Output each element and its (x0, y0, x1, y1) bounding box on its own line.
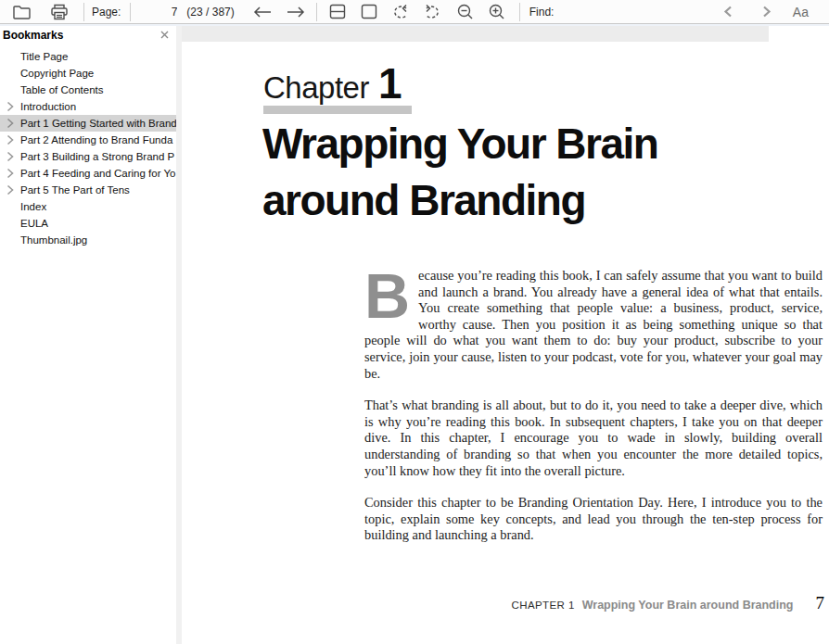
chapter-label: Chapter (263, 70, 369, 106)
chapter-heading: Chapter 1 (263, 58, 402, 108)
bookmark-item[interactable]: Table of Contents (0, 82, 176, 98)
find-next-button[interactable] (756, 2, 778, 22)
paragraph: Because you’re reading this book, I can … (364, 268, 823, 382)
folder-icon (12, 5, 32, 19)
dropcap: B (364, 271, 410, 321)
previous-page-button[interactable] (251, 2, 274, 22)
toolbar: Page: (23 / 387) (0, 0, 829, 24)
bookmark-item[interactable]: Copyright Page (0, 65, 176, 82)
body-text: Because you’re reading this book, I can … (364, 268, 823, 560)
match-case-label: Aa (793, 5, 809, 19)
rotate-right-button[interactable] (421, 2, 443, 22)
document-view[interactable]: Chapter 1 Wrapping Your Brain around Bra… (182, 23, 829, 644)
page-label: Page: (92, 6, 121, 19)
bookmark-item[interactable]: EULA (0, 215, 176, 232)
footer-chapter-label: CHAPTER 1 (512, 600, 575, 611)
zoom-in-button[interactable] (486, 2, 508, 22)
expander-chevron-icon[interactable] (6, 101, 14, 112)
magnifier-minus-icon (457, 4, 473, 19)
page-footer: CHAPTER 1 Wrapping Your Brain around Bra… (512, 593, 824, 613)
bookmark-item-selected[interactable]: Part 1 Getting Started with Brand (0, 115, 176, 132)
bookmarks-list: Title Page Copyright Page Table of Conte… (0, 48, 176, 248)
bookmark-item[interactable]: Introduction (0, 98, 176, 115)
close-bookmarks-button[interactable] (158, 29, 171, 42)
chevron-right-icon (762, 6, 772, 18)
expander-chevron-icon[interactable] (6, 184, 14, 196)
single-page-icon (361, 4, 377, 19)
footer-title: Wrapping Your Brain around Branding (582, 599, 794, 612)
single-page-view-button[interactable] (358, 2, 380, 22)
page-top-margin (182, 24, 769, 42)
bookmark-item[interactable]: Part 5 The Part of Tens (0, 182, 176, 198)
chapter-underline-bar (263, 106, 412, 114)
bookmarks-header: Bookmarks (0, 23, 176, 44)
bookmarks-title: Bookmarks (3, 29, 63, 42)
print-button[interactable] (48, 2, 70, 22)
paragraph: Consider this chapter to be Branding Ori… (364, 495, 823, 544)
split-page-icon (329, 4, 346, 19)
footer-page-number: 7 (816, 593, 825, 613)
rotate-cw-icon (424, 5, 440, 19)
app-window: Page: (23 / 387) (0, 0, 829, 644)
zoom-out-button[interactable] (454, 2, 477, 22)
left-arrow-icon (253, 6, 272, 18)
page-title: Wrapping Your Brain around Branding (262, 116, 768, 229)
toolbar-separator (519, 3, 520, 21)
chapter-number: 1 (378, 58, 402, 108)
expander-chevron-icon[interactable] (6, 118, 14, 129)
toolbar-separator (83, 3, 84, 21)
right-arrow-icon (287, 6, 305, 18)
toolbar-separator (316, 3, 317, 21)
bookmark-item[interactable]: Part 2 Attending to Brand Funda (0, 132, 176, 148)
find-label: Find: (529, 6, 555, 19)
expander-chevron-icon[interactable] (6, 151, 14, 162)
paragraph: That’s what branding is all about, but t… (364, 398, 823, 479)
match-case-button[interactable]: Aa (789, 2, 811, 22)
toolbar-separator (130, 3, 131, 21)
find-previous-button[interactable] (717, 2, 739, 22)
close-icon (160, 31, 169, 39)
open-file-button[interactable] (11, 2, 33, 22)
page-number-input[interactable] (138, 5, 179, 19)
sidebar-splitter[interactable] (176, 23, 182, 644)
bookmark-item[interactable]: Thumbnail.jpg (0, 232, 176, 248)
expander-chevron-icon[interactable] (6, 168, 14, 179)
bookmark-item[interactable]: Part 4 Feeding and Caring for Yo (0, 165, 176, 182)
continuous-view-button[interactable] (326, 2, 349, 22)
expander-chevron-icon[interactable] (6, 134, 14, 145)
chevron-left-icon (723, 6, 733, 18)
bookmarks-panel: Bookmarks Title Page Copyright Page Tabl… (0, 23, 176, 644)
bookmark-item[interactable]: Title Page (0, 48, 176, 65)
find-input[interactable] (559, 5, 709, 19)
bookmark-item[interactable]: Index (0, 198, 176, 215)
rotate-ccw-icon (392, 5, 409, 19)
next-page-button[interactable] (285, 2, 307, 22)
printer-icon (49, 4, 70, 20)
rotate-left-button[interactable] (389, 2, 412, 22)
page-count-label: (23 / 387) (186, 6, 234, 19)
bookmark-item[interactable]: Part 3 Building a Strong Brand P (0, 148, 176, 165)
magnifier-plus-icon (489, 4, 504, 19)
